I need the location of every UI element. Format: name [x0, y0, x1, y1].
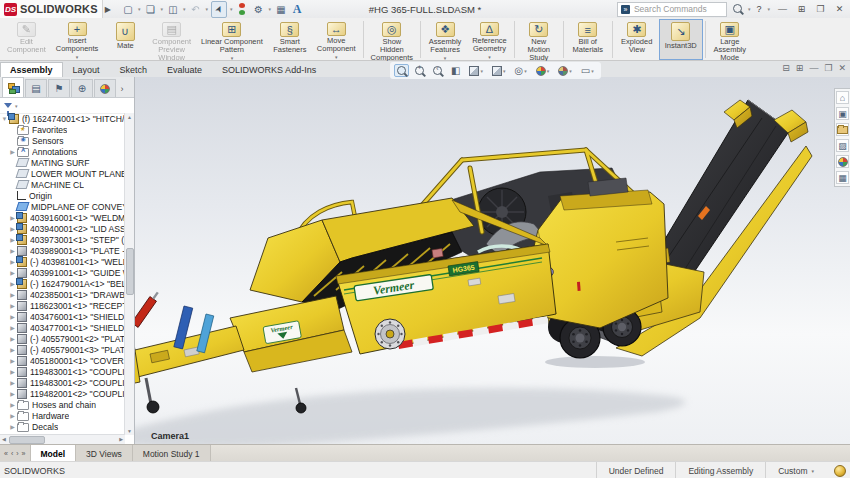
bottom-tab-3d-views[interactable]: 3D Views [76, 445, 133, 462]
solidworks-logo[interactable]: DS SOLIDWORKS [0, 0, 103, 18]
select-icon[interactable]: ➤ [211, 1, 227, 18]
tree-item-405180001-1-cover-w[interactable]: ▶405180001<1> "COVER - W [0, 355, 125, 366]
taskpane-design-library-icon[interactable]: ▣ [836, 107, 849, 120]
tree-item-403940001-2-lid-assy-h[interactable]: ▶403940001<2> "LID ASSY, H [0, 223, 125, 234]
maximize-button[interactable]: ⊞ [795, 4, 808, 14]
options-gear-dropdown-icon[interactable]: ▾ [269, 6, 272, 12]
tree-expand-icon[interactable]: ▶ [8, 357, 17, 364]
panel-tab-displaymanager[interactable] [94, 79, 116, 97]
tree-item-hoses-and-chain[interactable]: ▶Hoses and chain [0, 399, 125, 410]
minimize-button[interactable]: — [776, 4, 789, 14]
view-settings-icon[interactable]: ▭▾ [578, 64, 597, 78]
tree-expand-icon[interactable]: ▶ [8, 335, 17, 342]
tree-item-405579001-3-plate[interactable]: ▶(-) 405579001<3> "PLATE - [0, 344, 125, 355]
move-component-dropdown-icon[interactable]: ▾ [335, 54, 338, 59]
ribbon-button-assembly-features[interactable]: ❖AssemblyFeatures▾ [423, 19, 467, 60]
taskpane-custom-properties-icon[interactable]: ▦ [836, 171, 849, 184]
insert-components-dropdown-icon[interactable]: ▾ [76, 54, 79, 59]
tree-expand-icon[interactable]: ▶ [8, 423, 17, 430]
tree-item-sensors[interactable]: Sensors [0, 135, 125, 146]
view-orientation-dropdown-icon[interactable]: ▾ [480, 68, 483, 74]
tree-expand-icon[interactable]: ▶ [8, 390, 17, 397]
panel-tab-configurationmanager[interactable]: ⚑ [48, 79, 70, 97]
doc-close-button[interactable]: ✕ [838, 63, 846, 73]
display-style-dropdown-icon[interactable]: ▾ [503, 68, 506, 74]
tree-expand-icon[interactable]: ▶ [8, 412, 17, 419]
view-orientation-icon[interactable]: ▾ [466, 64, 486, 78]
tree-item-origin[interactable]: Origin [0, 190, 125, 201]
tree-expand-icon[interactable]: ▶ [8, 269, 17, 276]
tree-horizontal-scrollbar[interactable]: ◀ ▶ [0, 434, 125, 444]
close-button[interactable]: ✕ [833, 4, 846, 14]
panel-tab-dimxpertmanager[interactable]: ⊕ [71, 79, 93, 97]
tree-item-favorites[interactable]: Favorites [0, 124, 125, 135]
panel-tab-featuremanager[interactable] [2, 77, 24, 97]
model-3d-vermeer-grinder[interactable]: Vermeer HG365 [135, 77, 850, 444]
tab-scroll-first-icon[interactable]: « [3, 450, 9, 457]
task-window-icon[interactable]: ▦ [274, 2, 288, 17]
undo-icon[interactable]: ↶ [188, 2, 202, 17]
gold-ball-icon[interactable] [834, 465, 846, 477]
taskpane-home-icon[interactable]: ⌂ [836, 91, 849, 104]
new-file-dropdown-icon[interactable]: ▾ [138, 6, 141, 12]
tree-item-403916001-1-weldmen[interactable]: ▶403916001<1> "WELDMEN [0, 212, 125, 223]
tree-expand-icon[interactable]: ▶ [8, 291, 17, 298]
tree-expand-icon[interactable]: ▶ [8, 379, 17, 386]
tab-assembly[interactable]: Assembly [0, 62, 63, 77]
tree-expand-icon[interactable]: ▶ [8, 346, 17, 353]
tree-expand-icon[interactable]: ▶ [8, 148, 17, 155]
view-settings-dropdown-icon[interactable]: ▾ [591, 68, 594, 74]
panel-tab-overflow[interactable]: › [117, 80, 127, 97]
tree-item-403991001-1-guide-wel[interactable]: ▶403991001<1> "GUIDE WEL [0, 267, 125, 278]
ribbon-button-show-hidden-components[interactable]: ◎ShowHiddenComponents [366, 19, 419, 60]
search-input[interactable]: » Search Commands [617, 2, 727, 17]
doc-minimize-button[interactable]: — [809, 63, 818, 73]
apply-scene-icon[interactable]: ▾ [555, 64, 575, 78]
edit-appearance-icon[interactable]: ▾ [533, 64, 553, 78]
search-icon[interactable] [733, 4, 742, 15]
tree-vertical-scrollbar[interactable]: ▲ ▼ [124, 113, 134, 435]
apply-scene-dropdown-icon[interactable]: ▾ [569, 68, 572, 74]
tree-item-403989001-1-plate-hc[interactable]: ▶403989001<1> "PLATE - HC [0, 245, 125, 256]
scroll-up-icon[interactable]: ▲ [125, 114, 134, 120]
tree-item-119482001-2-coupling[interactable]: ▶119482001<2> "COUPLING [0, 388, 125, 399]
hide-show-items-icon[interactable]: ◎▾ [511, 64, 529, 78]
previous-view-icon[interactable] [430, 64, 445, 77]
xpress-toggle-icon[interactable] [236, 2, 250, 17]
tree-item-midplane-of-conveyor[interactable]: MIDPLANE OF CONVEYOR [0, 201, 125, 212]
ribbon-button-move-component[interactable]: ↔MoveComponent▾ [312, 19, 361, 60]
taskpane-view-palette-icon[interactable]: ▨ [836, 139, 849, 152]
save-icon[interactable]: ◫ [166, 2, 180, 17]
pane-right-icon[interactable]: ⊞ [796, 63, 804, 73]
menu-expand-arrow[interactable]: ▶ [105, 5, 111, 14]
tree-item-405579001-2-plate[interactable]: ▶(-) 405579001<2> "PLATE - [0, 333, 125, 344]
tree-item-f-162474001-1-hitch-too[interactable]: ▼(f) 162474001<1> "HITCH/TOO [0, 113, 125, 124]
tab-layout[interactable]: Layout [63, 62, 110, 77]
taskpane-appearances-icon[interactable] [836, 155, 849, 168]
zoom-to-fit-icon[interactable] [394, 64, 409, 77]
tree-item-mating-surf[interactable]: MATING SURF [0, 157, 125, 168]
appearance-a-icon[interactable]: A [290, 2, 304, 17]
tree-item-machine-cl[interactable]: MACHINE CL [0, 179, 125, 190]
tree-item-119483001-1-coupling[interactable]: ▶119483001<1> "COUPLING [0, 366, 125, 377]
horizontal-scroll-thumb[interactable] [9, 436, 45, 444]
ribbon-button-exploded-view[interactable]: ✱ExplodedView [615, 19, 659, 60]
ribbon-button-bill-of-materials[interactable]: ≡Bill ofMaterials [566, 19, 610, 60]
machine-part-hitch-tongue[interactable]: Vermeer [135, 290, 352, 413]
doc-restore-button[interactable]: ❐ [824, 63, 832, 73]
zoom-to-area-icon[interactable] [412, 64, 427, 77]
tree-expand-icon[interactable]: ▶ [8, 302, 17, 309]
ribbon-button-reference-geometry[interactable]: ∆ReferenceGeometry▾ [467, 19, 512, 60]
filter-dropdown-icon[interactable]: ▾ [15, 103, 18, 109]
vertical-scroll-thumb[interactable] [126, 248, 134, 295]
config-dropdown-icon[interactable]: ▾ [811, 468, 814, 474]
tab-evaluate[interactable]: Evaluate [157, 62, 212, 77]
ribbon-button-instant3d[interactable]: ↘Instant3D [659, 19, 703, 60]
tree-expand-icon[interactable]: ▶ [8, 401, 17, 408]
ribbon-button-linear-component-pattern[interactable]: ⊞Linear ComponentPattern▾ [196, 19, 268, 60]
edit-appearance-dropdown-icon[interactable]: ▾ [547, 68, 550, 74]
tree-item-annotations[interactable]: ▶Annotations [0, 146, 125, 157]
tree-expand-icon[interactable]: ▶ [8, 247, 17, 254]
tab-solidworks-add-ins[interactable]: SOLIDWORKS Add-Ins [212, 62, 326, 77]
linear-component-pattern-dropdown-icon[interactable]: ▾ [231, 55, 234, 60]
